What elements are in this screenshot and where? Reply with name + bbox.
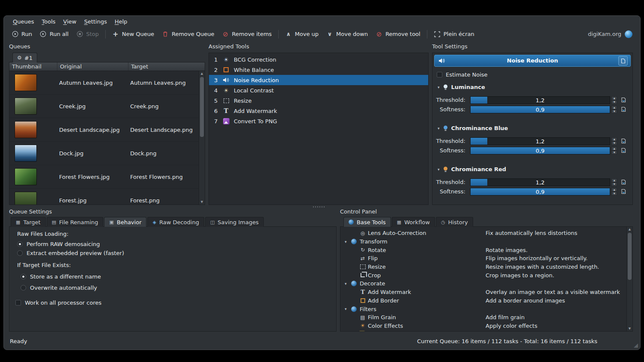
threshold-spinner[interactable]: ▲▼ [611,178,617,186]
spin-down-icon[interactable]: ▼ [611,100,617,104]
fullscreen-button[interactable]: Plein écran [430,29,478,40]
tool-row-white-balance[interactable]: 2 White Balance [209,65,428,75]
tool-row-lens-auto-correction[interactable]: ◎ Lens Auto-Correction Fix automatically… [340,229,626,237]
queue-tab-1[interactable]: ⚙ #1 [12,53,37,62]
spin-down-icon[interactable]: ▼ [611,141,617,145]
option-store-as-different-name[interactable]: Store as a different name [21,273,101,280]
resize-grip[interactable]: ◢ [634,342,638,348]
menu-help[interactable]: Help [111,17,131,27]
queue-row-forest-flowers[interactable]: Forest Flowers.jpg Forest Flowers.png [9,165,199,189]
tab-base-tools-active[interactable]: Base Tools [343,217,391,227]
menu-tools[interactable]: Tools [38,17,59,27]
option-work-on-all-processor-cores[interactable]: Work on all processor cores [15,300,101,306]
tab-saving-images[interactable]: ◫Saving Images [205,217,264,227]
move-down-button[interactable]: ∨ Move down [323,29,371,40]
threshold-spinner[interactable]: ▲▼ [611,96,617,104]
spin-up-icon[interactable]: ▲ [611,147,617,151]
scroll-up-icon[interactable]: ▲ [199,71,205,76]
group-row-decorate[interactable]: ▾ Decorate [340,279,626,288]
scroll-down-icon[interactable]: ▼ [627,326,632,331]
cores-checkbox[interactable] [15,300,21,306]
luminance-softness-slider[interactable]: 0,9 [470,106,610,113]
tab-workflow[interactable]: ▦Workflow [392,217,435,227]
expand-arrow-icon[interactable]: ▾ [345,307,347,311]
chrominance-blue-softness-slider[interactable]: 0,9 [470,147,610,154]
collapse-arrow-icon[interactable]: ▾ [438,126,440,131]
tool-row-add-border[interactable]: Add Border Add a border around images [340,297,626,305]
remove-queue-button[interactable]: Remove Queue [158,29,218,40]
estimate-noise-option[interactable]: Estimate Noise [437,71,488,78]
tool-row-crop[interactable]: Crop Crop images to a region. [340,271,626,279]
tool-row-bcg-correction[interactable]: 1 ☀ BCG Correction [209,54,428,65]
tab-target[interactable]: ▦Target [11,217,46,227]
menu-settings[interactable]: Settings [80,17,110,27]
reset-button[interactable] [620,137,627,145]
run-all-button[interactable]: Run all [36,29,72,40]
tab-file-renaming[interactable]: ▤File Renaming [47,217,104,227]
horizontal-splitter[interactable] [4,205,640,208]
move-up-button[interactable]: ∧ Move up [282,29,322,40]
control-panel-scrollbar[interactable]: ▲ ▼ [626,227,632,331]
tab-history[interactable]: ◷History [436,217,473,227]
tool-row-film-grain[interactable]: ▤ Film Grain Add film grain [340,313,626,322]
queue-row-forest[interactable]: Forest.jpg Forest.png [9,189,199,205]
chrominance-blue-section-header[interactable]: ▾ Chrominance Blue [438,125,508,131]
menu-queues[interactable]: Queues [9,17,38,27]
expand-arrow-icon[interactable]: ▾ [345,282,347,286]
softness-spinner[interactable]: ▲▼ [611,188,617,196]
spin-up-icon[interactable]: ▲ [611,178,617,182]
scrollbar-thumb[interactable] [628,233,632,280]
new-queue-button[interactable]: + New Queue [109,29,158,40]
queue-row-creek[interactable]: Creek.jpg Creek.png [9,95,199,118]
tool-row-resize[interactable]: 5 Resize [209,95,428,106]
luminance-section-header[interactable]: ▾ Luminance [438,84,485,90]
tool-row-noise-reduction-selected[interactable]: 3 Noise Reduction [209,75,428,85]
option-overwrite-automatically[interactable]: Overwrite automatically [21,285,97,291]
remove-tool-button[interactable]: ⊘ Remove tool [372,29,424,40]
scrollbar-thumb[interactable] [200,77,204,137]
remove-items-button[interactable]: ⊘ Remove items [219,29,275,40]
run-button[interactable]: Run [8,29,36,40]
spin-down-icon[interactable]: ▼ [611,182,617,186]
expand-arrow-icon[interactable]: ▾ [345,240,347,244]
spin-down-icon[interactable]: ▼ [611,110,617,113]
option-extract-embedded-preview[interactable]: Extract embedded preview (faster) [17,250,124,256]
queue-row-autumn-leaves[interactable]: Autumn Leaves.jpg Autumn Leaves.png [9,71,199,95]
radio-selected[interactable] [21,274,26,279]
scroll-up-icon[interactable]: ▲ [627,227,632,232]
queue-row-dock[interactable]: Dock.jpg Dock.png [9,142,199,165]
queues-scrollbar[interactable]: ▲ ▼ [199,71,205,205]
tab-behavior-active[interactable]: ▣Behavior [104,217,146,227]
group-row-filters[interactable]: ▾ Filters [340,305,626,313]
luminance-threshold-slider[interactable]: 1,2 [470,96,610,104]
chrominance-red-section-header[interactable]: ▾ Chrominance Red [438,166,506,172]
spin-up-icon[interactable]: ▲ [611,137,617,141]
reset-button[interactable] [620,178,627,186]
tool-row-rotate[interactable]: ↻ Rotate Rotate images. [340,246,626,254]
stop-button[interactable]: Stop [73,29,102,40]
tool-settings-header-button[interactable] [618,56,628,65]
reset-button[interactable] [620,96,627,104]
column-header-original[interactable]: Original [57,62,128,71]
softness-spinner[interactable]: ▲▼ [611,106,617,113]
menu-view[interactable]: View [60,17,80,27]
tab-raw-decoding[interactable]: ◈Raw Decoding [147,217,204,227]
splitter-grip[interactable] [313,206,326,208]
chrominance-red-threshold-slider[interactable]: 1,2 [470,178,610,186]
radio-unselected[interactable] [21,285,26,291]
threshold-spinner[interactable]: ▲▼ [611,137,617,145]
queue-row-desert-landscape[interactable]: Desert Landscape.jpg Desert Landscape.pn… [9,118,199,142]
reset-button[interactable] [620,147,627,154]
collapse-arrow-icon[interactable]: ▾ [438,167,440,172]
chrominance-red-softness-slider[interactable]: 0,9 [470,188,610,196]
radio-selected[interactable] [17,241,23,247]
chrominance-blue-threshold-slider[interactable]: 1,2 [470,137,610,145]
scroll-down-icon[interactable]: ▼ [199,199,205,205]
spin-up-icon[interactable]: ▲ [611,96,617,100]
tool-row-flip[interactable]: ⇄ Flip Flip images horizontally or verti… [340,254,626,263]
column-header-thumbnail[interactable]: Thumbnail [9,62,57,71]
spin-down-icon[interactable]: ▼ [611,192,617,196]
tool-row-resize[interactable]: Resize Resize images with a customized l… [340,263,626,271]
spin-down-icon[interactable]: ▼ [611,151,617,154]
tool-row-add-watermark[interactable]: T Add Watermark Overlay an image or text… [340,288,626,297]
